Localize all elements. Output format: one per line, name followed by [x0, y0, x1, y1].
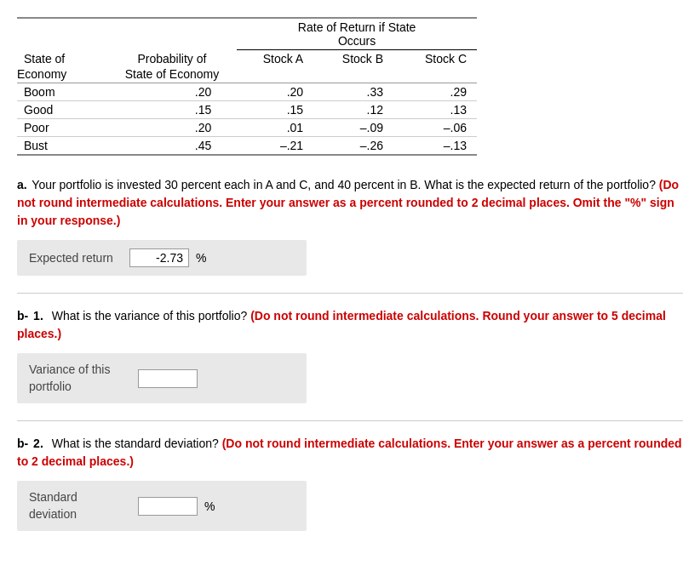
cell-stock-a: .20: [237, 83, 317, 101]
cell-probability: .15: [107, 101, 238, 119]
table-body: Boom .20 .20 .33 .29 Good .15 .15 .12 .1…: [17, 83, 477, 156]
table-header-top: Rate of Return if State Occurs: [17, 18, 477, 50]
question-b1-text: b- 1. What is the variance of this portf…: [17, 307, 683, 343]
cell-stock-c: –.06: [397, 119, 477, 137]
stdev-unit: %: [204, 500, 215, 513]
question-b2-section: b- 2. What is the standard deviation? (D…: [17, 435, 683, 531]
question-b1-plain-text: What is the variance of this portfolio?: [52, 309, 248, 323]
question-a-plain-text: Your portfolio is invested 30 percent ea…: [32, 178, 656, 191]
question-b2-label-letter: b-: [17, 437, 28, 450]
cell-probability: .20: [107, 83, 238, 101]
question-b2-plain-text: What is the standard deviation?: [52, 437, 219, 450]
economy-col-label: Economy: [17, 67, 107, 83]
table-row: Boom .20 .20 .33 .29: [17, 83, 477, 101]
cell-economy: Good: [17, 101, 107, 119]
stock-a-header: Stock A: [237, 50, 317, 68]
table-header-mid: State of Probability of Stock A Stock B …: [17, 50, 477, 68]
cell-economy: Poor: [17, 119, 107, 137]
expected-return-unit: %: [196, 251, 206, 265]
stock-b-header: Stock B: [317, 50, 397, 68]
question-b2-text: b- 2. What is the standard deviation? (D…: [17, 435, 683, 471]
table-row: Bust .45 –.21 –.26 –.13: [17, 137, 477, 156]
table-section: Rate of Return if State Occurs State of …: [17, 17, 683, 156]
question-b2-answer-row: Standard deviation %: [17, 481, 307, 531]
cell-stock-b: .33: [317, 83, 397, 101]
expected-return-input[interactable]: [129, 248, 189, 267]
cell-stock-a: –.21: [237, 137, 317, 156]
cell-stock-c: –.13: [397, 137, 477, 156]
variance-label: Variance of this portfolio: [29, 362, 131, 395]
cell-stock-b: –.09: [317, 119, 397, 137]
cell-economy: Bust: [17, 137, 107, 156]
cell-stock-a: .01: [237, 119, 317, 137]
expected-return-label: Expected return: [29, 251, 123, 265]
table-row: Good .15 .15 .12 .13: [17, 101, 477, 119]
stock-c-header: Stock C: [397, 50, 477, 68]
stdev-label: Standard deviation: [29, 489, 131, 522]
question-b1-label-letter: b-: [17, 309, 28, 323]
state-of-economy-col-label: State of Economy: [107, 67, 238, 83]
cell-probability: .20: [107, 119, 238, 137]
question-b2-label-number: 2.: [33, 437, 43, 450]
stdev-input[interactable]: [138, 497, 198, 516]
cell-stock-b: –.26: [317, 137, 397, 156]
question-a-answer-row: Expected return %: [17, 240, 307, 276]
cell-probability: .45: [107, 137, 238, 156]
question-a-text: a. Your portfolio is invested 30 percent…: [17, 176, 683, 230]
probability-of-header: Probability of: [107, 50, 238, 68]
cell-stock-a: .15: [237, 101, 317, 119]
state-of-header: State of: [17, 50, 107, 68]
table-row: Poor .20 .01 –.09 –.06: [17, 119, 477, 137]
question-a-label: a.: [17, 178, 27, 191]
table-col-labels: Economy State of Economy: [17, 67, 477, 83]
cell-economy: Boom: [17, 83, 107, 101]
cell-stock-b: .12: [317, 101, 397, 119]
question-b1-answer-row: Variance of this portfolio: [17, 353, 307, 403]
divider-1: [17, 293, 683, 294]
rate-header: Rate of Return if State Occurs: [237, 18, 477, 50]
question-b1-section: b- 1. What is the variance of this portf…: [17, 307, 683, 403]
variance-input[interactable]: [138, 369, 198, 388]
cell-stock-c: .13: [397, 101, 477, 119]
cell-stock-c: .29: [397, 83, 477, 101]
question-b1-label-number: 1.: [33, 309, 43, 323]
question-a-section: a. Your portfolio is invested 30 percent…: [17, 176, 683, 276]
divider-2: [17, 420, 683, 421]
